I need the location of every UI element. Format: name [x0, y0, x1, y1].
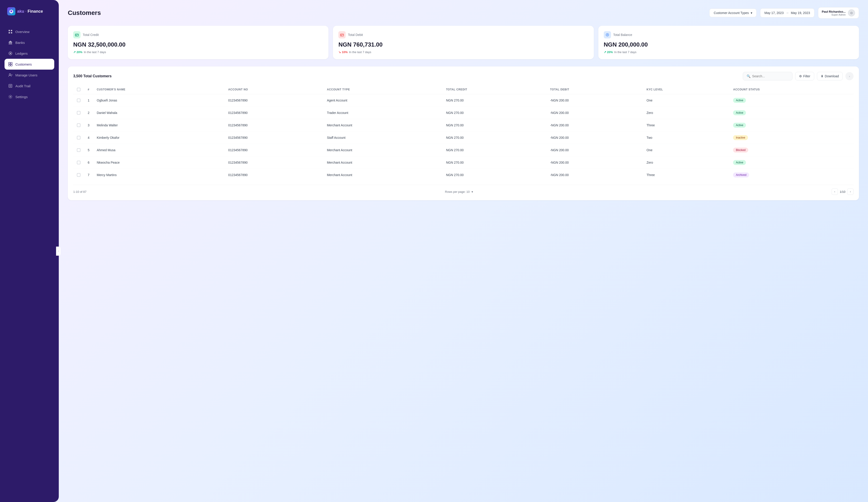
row-debit-5: -NGN 200.00 [547, 156, 643, 169]
row-status-0: Active [730, 94, 854, 107]
chevron-down-icon: ▾ [751, 11, 752, 15]
sidebar-item-customers[interactable]: Customers [4, 59, 54, 70]
table-nav-right-button[interactable]: › [845, 72, 854, 80]
row-checkbox-3 [73, 132, 84, 144]
customers-icon [8, 62, 13, 66]
sidebar-item-manage-users[interactable]: Manage Users [4, 70, 54, 81]
card-icon-total-debit [338, 31, 345, 39]
row-name-4: Ahmed Musa [93, 144, 225, 156]
filter-button[interactable]: ⚙ Filter [795, 72, 814, 81]
row-debit-6: -NGN 200.00 [547, 169, 643, 181]
row-checkbox-0 [73, 94, 84, 107]
search-input[interactable] [752, 74, 789, 78]
page-info: 1-10 of 87 [73, 190, 86, 194]
table-row[interactable]: 4 Kimberly Okafor 01234567890 Staff Acco… [73, 132, 854, 144]
status-badge-5: Active [733, 160, 746, 165]
row-status-1: Active [730, 107, 854, 119]
col-account-type: ACCOUNT TYPE [323, 85, 442, 94]
row-num-4: 5 [84, 144, 93, 156]
row-account-no-3: 01234567890 [225, 132, 323, 144]
svg-point-18 [10, 96, 11, 97]
row-kyc-2: Three [643, 119, 730, 132]
col-account-status: ACCOUNT STATUS [730, 85, 854, 94]
row-select-1[interactable] [77, 111, 81, 115]
card-footer-total-debit: ↘ 10% In the last 7 days [338, 50, 588, 54]
row-credit-1: NGN 270.00 [442, 107, 546, 119]
filter-icon: ⚙ [799, 74, 802, 78]
date-range: May 17, 2023 → May 19, 2023 [760, 8, 814, 18]
card-trend-total-balance: ↗ 20% [604, 50, 613, 54]
row-num-1: 2 [84, 107, 93, 119]
card-total-debit: Total Debit NGN 760,731.00 ↘ 10% In the … [333, 26, 593, 59]
row-account-type-4: Merchant Account [323, 144, 442, 156]
card-footer-total-credit: ↗ 20% In the last 7 days [73, 50, 323, 54]
sidebar-item-banks[interactable]: Banks [4, 37, 54, 48]
status-badge-3: Inactive [733, 135, 748, 140]
status-badge-4: Blocked [733, 148, 748, 153]
svg-rect-5 [9, 42, 12, 43]
row-account-type-2: Merchant Account [323, 119, 442, 132]
row-num-6: 7 [84, 169, 93, 181]
sidebar-item-label-customers: Customers [16, 62, 32, 66]
row-select-6[interactable] [77, 173, 81, 177]
row-debit-0: -NGN 200.00 [547, 94, 643, 107]
prev-page-button[interactable]: ‹ [831, 188, 838, 195]
card-icon-total-balance [604, 31, 611, 39]
chevron-down-icon-pagination: ▾ [472, 190, 473, 194]
svg-point-0 [10, 10, 12, 12]
card-label-total-debit: Total Debit [348, 33, 363, 36]
user-name: Paul Richardso... [822, 10, 846, 13]
sidebar-item-overview[interactable]: Overview [4, 26, 54, 37]
table-row[interactable]: 1 Ogbuefi Jonas 01234567890 Agent Accoun… [73, 94, 854, 107]
row-name-2: Melinda Walter [93, 119, 225, 132]
user-profile[interactable]: Paul Richardso... Super Admin ⊙ [818, 7, 859, 19]
row-account-no-1: 01234567890 [225, 107, 323, 119]
sidebar-item-ledgers[interactable]: Ledgers [4, 48, 54, 59]
sidebar-item-label-manage-users: Manage Users [16, 73, 38, 77]
total-customers-label: 3,500 Total Customers [73, 74, 112, 78]
table-head: # CUSTOMER'S NAME ACCOUNT NO ACCOUNT TYP… [73, 85, 854, 94]
card-label-total-credit: Total Credit [83, 33, 99, 36]
svg-rect-3 [9, 32, 10, 33]
col-customer-name: CUSTOMER'S NAME [93, 85, 225, 94]
select-all-checkbox[interactable] [77, 88, 81, 91]
table-row[interactable]: 7 Mercy Martins 01234567890 Merchant Acc… [73, 169, 854, 181]
next-page-button[interactable]: › [847, 188, 854, 195]
row-account-type-1: Trader Account [323, 107, 442, 119]
row-select-0[interactable] [77, 98, 81, 102]
svg-rect-8 [11, 43, 12, 44]
row-checkbox-4 [73, 144, 84, 156]
sidebar-item-audit-trail[interactable]: Audit Trail [4, 81, 54, 91]
manage-users-icon [8, 73, 13, 77]
card-amount-total-balance: NGN 200,000.00 [604, 41, 854, 48]
card-header-total-credit: Total Credit [73, 31, 323, 39]
col-num: # [84, 85, 93, 94]
svg-point-10 [10, 53, 11, 54]
status-badge-6: Archived [733, 172, 749, 177]
table-section: 3,500 Total Customers 🔍 ⚙ Filter ⬇ Downl… [68, 66, 859, 200]
table-header: 3,500 Total Customers 🔍 ⚙ Filter ⬇ Downl… [73, 72, 854, 81]
row-checkbox-2 [73, 119, 84, 132]
sidebar-item-settings[interactable]: Settings [4, 91, 54, 102]
sidebar-collapse-button[interactable]: ‹ [56, 247, 61, 255]
table-body: 1 Ogbuefi Jonas 01234567890 Agent Accoun… [73, 94, 854, 181]
table-row[interactable]: 6 Nkwocha Peace 01234567890 Merchant Acc… [73, 156, 854, 169]
row-select-5[interactable] [77, 161, 81, 164]
row-select-2[interactable] [77, 123, 81, 127]
row-account-type-0: Agent Account [323, 94, 442, 107]
search-box: 🔍 [743, 72, 793, 81]
row-credit-6: NGN 270.00 [442, 169, 546, 181]
table-row[interactable]: 5 Ahmed Musa 01234567890 Merchant Accoun… [73, 144, 854, 156]
row-select-4[interactable] [77, 148, 81, 152]
row-status-5: Active [730, 156, 854, 169]
header-controls: Customer Account Types ▾ May 17, 2023 → … [709, 7, 859, 19]
settings-icon [8, 94, 13, 99]
table-row[interactable]: 2 Daniel Wahala 01234567890 Trader Accou… [73, 107, 854, 119]
main-content: Customers Customer Account Types ▾ May 1… [59, 0, 868, 502]
row-num-5: 6 [84, 156, 93, 169]
row-select-3[interactable] [77, 136, 81, 139]
card-trend-label-total-credit: In the last 7 days [84, 50, 106, 54]
download-button[interactable]: ⬇ Download [817, 72, 843, 81]
account-types-dropdown[interactable]: Customer Account Types ▾ [709, 9, 756, 17]
table-row[interactable]: 3 Melinda Walter 01234567890 Merchant Ac… [73, 119, 854, 132]
